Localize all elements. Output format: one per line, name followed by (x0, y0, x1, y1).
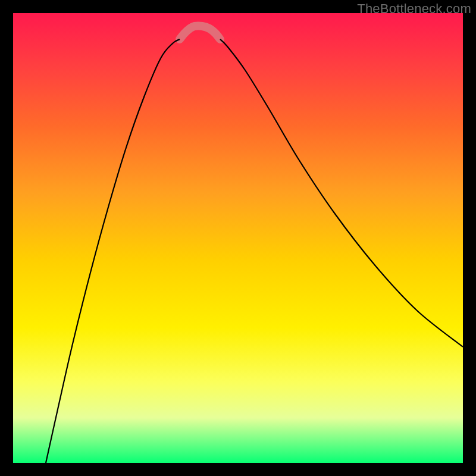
plot-area (13, 13, 463, 463)
black-curve-right (220, 39, 463, 347)
highlight-trough (180, 26, 220, 39)
black-curve-left (46, 39, 180, 463)
curve-layer (13, 13, 463, 463)
chart-stage: TheBottleneck.com (0, 0, 476, 476)
